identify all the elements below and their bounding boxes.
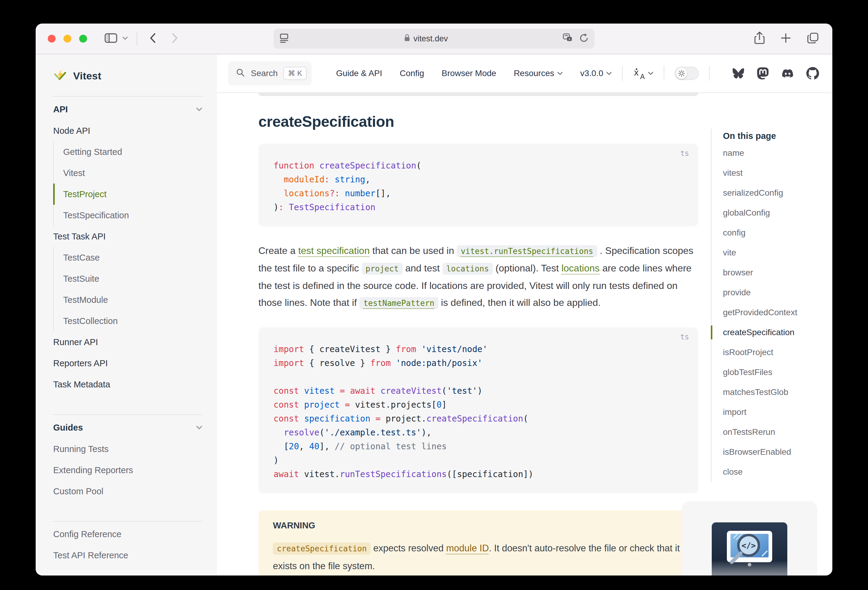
sidebar-item-testcollection[interactable]: TestCollection — [53, 310, 202, 331]
url-display: vitest.dev — [289, 34, 562, 44]
toc-item-isbrowserenabled[interactable]: isBrowserEnabled — [723, 442, 833, 462]
toc-item-browser[interactable]: browser — [723, 263, 833, 282]
warning-title: WARNING — [273, 521, 683, 531]
toc-item-ontestsrerun[interactable]: onTestsRerun — [723, 422, 833, 442]
svg-text:x: x — [568, 37, 570, 41]
nav-link-label: Config — [400, 69, 424, 78]
code-lang-badge: ts — [680, 333, 689, 341]
tabs-overview-icon[interactable] — [806, 31, 820, 46]
theme-toggle[interactable] — [675, 67, 699, 80]
sidebar-chevron-icon[interactable] — [122, 36, 128, 41]
nav-link-browser-mode[interactable]: Browser Mode — [441, 69, 496, 78]
sidebar-item-config-reference[interactable]: Config Reference — [53, 524, 202, 545]
sidebar-item-runner-api[interactable]: Runner API — [53, 331, 202, 353]
logo-text: Vitest — [73, 70, 101, 82]
text-run: expects resolved — [371, 543, 446, 553]
share-icon[interactable] — [754, 31, 765, 46]
warning-body: createSpecification expects resolved mod… — [273, 540, 683, 575]
address-bar[interactable]: vitest.dev x — [273, 29, 595, 49]
nav-link-guide-api[interactable]: Guide & API — [336, 69, 382, 78]
toc-item-globtestfiles[interactable]: globTestFiles — [723, 362, 833, 382]
sidebar-item-testsuite[interactable]: TestSuite — [53, 268, 202, 289]
text-run: and test — [403, 263, 443, 274]
search-icon — [236, 68, 245, 79]
discord-icon[interactable] — [781, 68, 794, 79]
inline-link[interactable]: test specification — [298, 245, 370, 256]
sidebar-item-test-task-api[interactable]: Test Task API — [53, 226, 202, 247]
search-kbd: ⌘ K — [283, 67, 307, 80]
translate-icon[interactable]: xA — [633, 67, 653, 80]
sidebar-toggle-icon[interactable] — [104, 32, 118, 45]
minimize-window-button[interactable] — [63, 35, 71, 43]
toc-item-serializedconfig[interactable]: serializedConfig — [723, 183, 833, 203]
toc-item-close[interactable]: close — [723, 462, 833, 482]
sidebar-item-node-api[interactable]: Node API — [53, 120, 202, 141]
sidebar-item-task-metadata[interactable]: Task Metadata — [53, 374, 202, 395]
sidebar-item-running-tests[interactable]: Running Tests — [53, 438, 202, 459]
bluesky-icon[interactable] — [732, 68, 745, 79]
vitest-logo[interactable]: Vitest — [53, 65, 202, 87]
github-icon[interactable] — [806, 67, 819, 80]
sidebar-item-testproject[interactable]: TestProject — [53, 184, 202, 205]
sidebar-item-vitest[interactable]: Vitest — [53, 162, 202, 184]
toc-item-vitest[interactable]: vitest — [723, 163, 833, 183]
content-scroll-area[interactable]: createSpecification ts function createSp… — [217, 93, 833, 575]
inline-link[interactable]: vitest.runTestSpecifications — [457, 245, 597, 257]
inline-link[interactable]: locations — [561, 263, 599, 274]
forward-button[interactable] — [170, 31, 180, 46]
sidebar-item-reporters-api[interactable]: Reporters API — [53, 353, 202, 374]
chevron-down-icon — [606, 72, 612, 75]
toc-item-vite[interactable]: vite — [723, 243, 833, 263]
sidebar-item-extending-reporters[interactable]: Extending Reporters — [53, 459, 202, 481]
search-button[interactable]: Search ⌘ K — [228, 61, 311, 85]
nav-link-label: v3.0.0 — [580, 69, 603, 78]
page-title: createSpecification — [258, 113, 698, 131]
toc-item-createspecification[interactable]: createSpecification — [723, 322, 833, 343]
sidebar-item-testspecification[interactable]: TestSpecification — [53, 205, 202, 226]
toolbar-right-group — [754, 31, 820, 46]
svg-text:</>: </> — [742, 541, 756, 550]
sponsor-card[interactable]: </> — [682, 501, 817, 575]
code-lang-badge: ts — [680, 149, 689, 157]
warning-callout: WARNING createSpecification expects reso… — [258, 510, 698, 575]
doc-content: createSpecification ts function createSp… — [258, 93, 698, 575]
reader-icon[interactable] — [279, 32, 289, 45]
sidebar-divider — [53, 521, 202, 522]
nav-link-config[interactable]: Config — [400, 69, 424, 78]
toc-item-globalconfig[interactable]: globalConfig — [723, 203, 833, 223]
toc-item-matchestestglob[interactable]: matchesTestGlob — [723, 382, 833, 402]
reload-icon[interactable] — [579, 32, 589, 45]
translate-page-icon[interactable]: x — [562, 33, 574, 44]
back-button[interactable] — [148, 31, 158, 46]
toc-item-name[interactable]: name — [723, 143, 833, 163]
toc-item-getprovidedcontext[interactable]: getProvidedContext — [723, 303, 833, 322]
inline-link[interactable]: module ID — [446, 543, 489, 553]
sidebar-item-getting-started[interactable]: Getting Started — [53, 141, 202, 162]
code-search-illustration: </> — [712, 522, 787, 575]
text-run: (optional). Test — [493, 263, 561, 274]
toc-item-isrootproject[interactable]: isRootProject — [723, 343, 833, 362]
sidebar-item-testcase[interactable]: TestCase — [53, 247, 202, 268]
close-window-button[interactable] — [48, 35, 56, 43]
sidebar-group-api[interactable]: API — [53, 99, 202, 120]
zoom-window-button[interactable] — [79, 35, 87, 43]
toc-item-config[interactable]: config — [723, 223, 833, 243]
sidebar: Vitest APINode APIGetting StartedVitestT… — [35, 54, 217, 575]
sidebar-group-guides[interactable]: Guides — [53, 417, 202, 438]
toc-item-import[interactable]: import — [723, 402, 833, 422]
mastodon-icon[interactable] — [757, 67, 769, 80]
sidebar-nav: APINode APIGetting StartedVitestTestProj… — [53, 99, 202, 566]
inline-link[interactable]: testNamePattern — [359, 297, 438, 309]
lock-icon — [404, 34, 410, 44]
sidebar-item-custom-pool[interactable]: Custom Pool — [53, 481, 202, 502]
traffic-lights — [48, 35, 87, 43]
sidebar-group-title: API — [53, 104, 68, 115]
description-paragraph: Create a test specification that can be … — [258, 242, 698, 312]
new-tab-icon[interactable] — [780, 32, 792, 45]
code-block-example: ts import { createVitest } from 'vitest/… — [258, 327, 698, 493]
sidebar-item-test-api-reference[interactable]: Test API Reference — [53, 545, 202, 566]
nav-link-v3-0-0[interactable]: v3.0.0 — [580, 69, 612, 78]
nav-link-resources[interactable]: Resources — [514, 69, 563, 78]
toc-item-provide[interactable]: provide — [723, 282, 833, 303]
sidebar-item-testmodule[interactable]: TestModule — [53, 289, 202, 310]
